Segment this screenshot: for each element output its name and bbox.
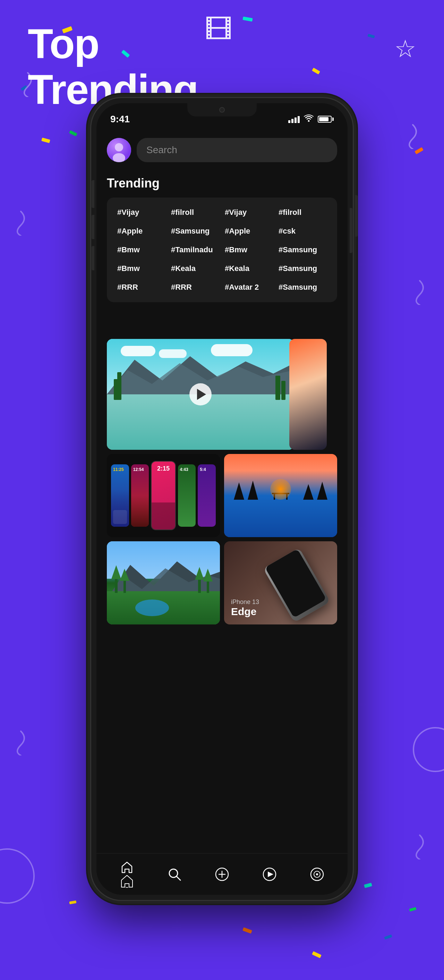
tag-item[interactable]: #Apple [225,227,273,235]
search-box[interactable]: Search [137,138,337,162]
tag-item[interactable]: #Avatar 2 [225,283,273,292]
search-area: Search [96,131,348,169]
tag-item[interactable]: #Samsung [278,264,327,273]
deco-circle-right [413,727,444,772]
deco-curl-4 [409,277,430,305]
phone-screen: 9:41 [96,103,348,895]
tag-item[interactable]: #csk [278,227,327,235]
svg-marker-20 [195,567,204,580]
iphone-title: Edge [231,606,259,617]
side-video[interactable] [289,339,327,450]
svg-marker-29 [268,872,273,877]
tag-item[interactable]: #RRR [117,283,166,292]
wifi-icon [304,115,313,124]
mountain-landscape-card[interactable] [107,541,220,624]
trending-title: Trending [107,176,337,191]
iphone-subtitle: iPhone 13 [231,598,259,606]
status-icons [288,115,334,124]
bottom-nav [96,853,348,895]
tag-item[interactable]: #RRR [171,283,219,292]
tag-item[interactable]: #Bmw [225,245,273,255]
svg-line-24 [177,877,180,880]
tag-item[interactable]: #Vijay [117,208,166,217]
signal-icon [288,115,300,123]
play-button[interactable] [189,383,212,406]
search-placeholder: Search [146,145,177,156]
tag-item[interactable]: #filroll [171,208,219,217]
deco-curl-2 [402,121,423,149]
home-nav[interactable] [120,860,134,889]
volume-down-button [91,246,94,270]
tag-item[interactable]: #Samsung [171,227,219,235]
play-nav-item[interactable] [262,867,277,881]
svg-marker-22 [203,569,212,581]
svg-point-32 [316,873,318,875]
tag-item[interactable]: #Keala [171,264,219,273]
svg-marker-8 [303,484,313,500]
power-button [350,208,353,253]
svg-marker-6 [234,482,244,500]
tag-item[interactable]: #Bmw [117,245,166,255]
search-nav-item[interactable] [167,867,182,881]
main-video[interactable] [107,339,294,450]
film-icon: 🎞 [204,14,232,46]
profile-nav-item[interactable] [310,867,324,881]
tag-item[interactable]: #filroll [278,208,327,217]
notch [187,103,257,116]
camera-dot [219,107,225,113]
add-nav-item[interactable] [215,867,229,881]
volume-up-button [91,215,94,239]
tag-item[interactable]: #Keala [225,264,273,273]
tag-item[interactable]: #Vijay [225,208,273,217]
trending-section: Trending #Vijay #filroll #Vijay #filroll… [96,176,348,302]
svg-point-2 [115,143,123,151]
avatar[interactable] [107,138,131,162]
tag-item[interactable]: #Tamilnadu [171,245,219,255]
phone-frame: 9:41 [90,97,354,901]
phones-thumbnails-card[interactable]: 11:25 12:54 2:15 [107,454,220,537]
svg-marker-16 [111,565,121,579]
svg-marker-9 [317,482,327,500]
tag-item[interactable]: #Samsung [278,283,327,292]
lake-card[interactable] [224,454,337,537]
svg-marker-18 [120,569,129,581]
tag-item[interactable]: #Bmw [117,264,166,273]
tag-item[interactable]: #Samsung [278,245,327,255]
deco-curl-5 [10,728,31,756]
iphone-edge-card[interactable]: iPhone 13 Edge [224,541,337,624]
deco-circle-left [0,848,35,904]
tag-item[interactable]: #Apple [117,227,166,235]
deco-curl-6 [409,832,430,859]
videos-section: 11:25 12:54 2:15 [96,339,348,624]
mute-button [91,180,94,208]
status-time: 9:41 [110,114,130,125]
svg-point-0 [308,120,310,122]
battery-icon [318,116,334,123]
svg-marker-7 [248,480,258,500]
deco-curl-3 [10,208,31,235]
iphone-label: iPhone 13 Edge [231,598,259,617]
tags-grid: #Vijay #filroll #Vijay #filroll #Apple #… [107,197,337,302]
star-icon: ☆ [394,35,416,63]
